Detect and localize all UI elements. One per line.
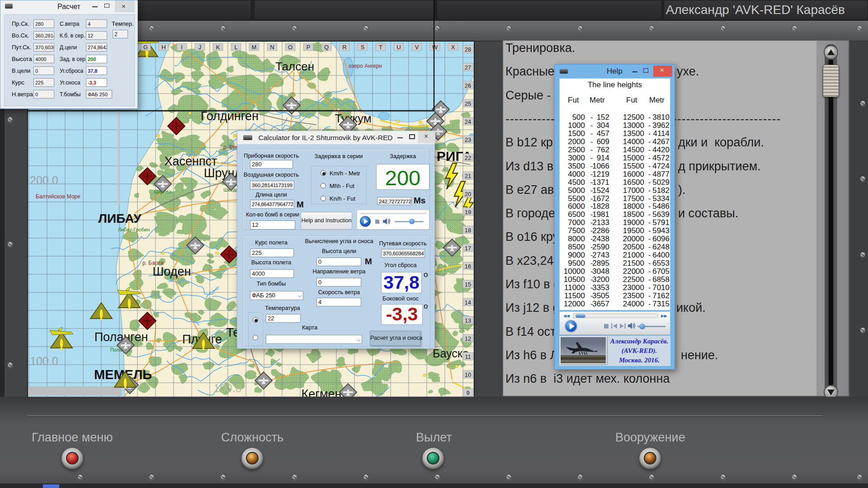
svg-text:P: P [307,44,311,51]
svg-text:Кегмен: Кегмен [301,387,341,397]
svg-text:ЛИБАУ: ЛИБАУ [98,211,142,225]
svg-text:27: 27 [465,64,471,71]
svg-text:100.0: 100.0 [30,355,58,367]
svg-text:N: N [270,44,274,51]
svg-text:озеро Ангерн: озеро Ангерн [349,63,382,69]
svg-text:I: I [181,44,183,51]
svg-text:X: X [451,44,455,51]
svg-text:J: J [198,44,202,51]
svg-text:20: 20 [465,191,471,197]
svg-text:O: O [288,44,292,51]
svg-text:23: 23 [465,136,471,143]
svg-text:19: 19 [465,209,471,216]
svg-text:200.0: 200.0 [30,174,58,187]
svg-text:K: K [216,44,220,51]
svg-text:13: 13 [465,317,471,324]
svg-text:9: 9 [466,389,469,396]
svg-text:25: 25 [465,100,471,107]
svg-text:T: T [379,44,382,51]
svg-text:10: 10 [465,371,471,378]
svg-text:G: G [143,44,148,51]
svg-text:Балтийское Море: Балтийское Море [36,193,80,200]
svg-text:26: 26 [465,82,471,89]
svg-text:R: R [342,44,346,51]
svg-text:16: 16 [465,263,471,270]
svg-text:H: H [161,44,165,51]
svg-text:17: 17 [465,245,471,252]
svg-text:12: 12 [465,335,471,342]
svg-text:Q: Q [324,44,329,51]
svg-text:Шоден: Шоден [153,265,191,278]
svg-text:Голдинген: Голдинген [201,109,259,123]
svg-text:18: 18 [465,227,471,234]
svg-text:L: L [234,44,237,51]
svg-text:Талсен: Талсен [275,60,314,73]
svg-text:24: 24 [465,118,471,125]
svg-text:21: 21 [465,173,471,179]
svg-text:14: 14 [465,299,471,306]
svg-text:11: 11 [465,353,471,360]
svg-text:100.0: 100.0 [213,382,242,394]
svg-text:U: U [396,44,401,51]
svg-text:15: 15 [465,281,471,288]
svg-text:Либау-Гробин: Либау-Гробин [118,227,150,232]
svg-text:W: W [432,44,438,51]
svg-text:V: V [415,44,419,51]
svg-text:28: 28 [465,46,471,53]
svg-text:S: S [361,44,365,51]
svg-text:M: M [252,44,257,51]
svg-text:22: 22 [465,155,471,161]
